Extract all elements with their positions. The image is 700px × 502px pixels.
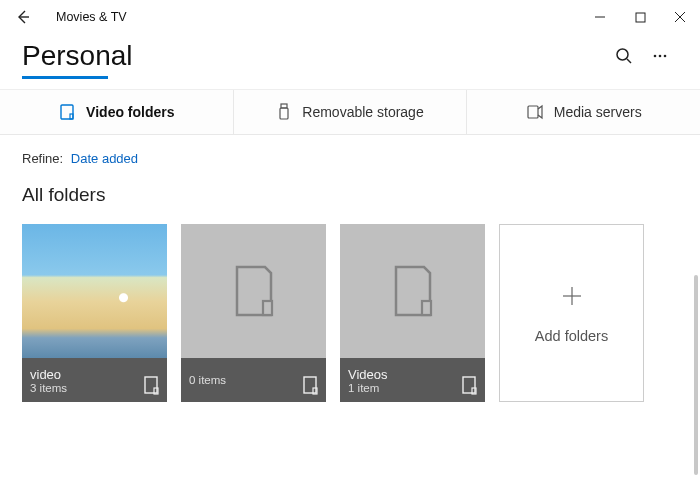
document-icon bbox=[390, 263, 436, 319]
refine-label: Refine: bbox=[22, 151, 63, 166]
app-title: Movies & TV bbox=[56, 10, 127, 24]
vertical-scrollbar[interactable] bbox=[694, 275, 698, 475]
tab-label: Removable storage bbox=[302, 104, 423, 120]
plus-icon bbox=[561, 283, 583, 314]
minimize-icon bbox=[594, 11, 606, 23]
folder-name: Videos bbox=[348, 367, 477, 382]
search-icon bbox=[615, 47, 633, 65]
folder-item-count: 3 items bbox=[30, 382, 159, 394]
minimize-button[interactable] bbox=[580, 0, 620, 34]
folder-name: video bbox=[30, 367, 159, 382]
document-icon bbox=[461, 375, 479, 398]
svg-rect-14 bbox=[145, 377, 157, 393]
back-button[interactable] bbox=[6, 0, 40, 34]
tab-label: Video folders bbox=[86, 104, 174, 120]
svg-rect-19 bbox=[422, 301, 431, 315]
svg-rect-1 bbox=[636, 13, 645, 22]
add-folders-tile[interactable]: Add folders bbox=[499, 224, 644, 402]
folder-tile[interactable]: 0 items bbox=[181, 224, 326, 402]
svg-rect-20 bbox=[463, 377, 475, 393]
tab-removable-storage[interactable]: Removable storage bbox=[234, 90, 468, 134]
window-controls bbox=[580, 0, 700, 34]
svg-point-8 bbox=[664, 55, 667, 58]
usb-icon bbox=[276, 103, 292, 121]
refine-value-link[interactable]: Date added bbox=[71, 151, 138, 166]
tab-video-folders[interactable]: Video folders bbox=[0, 90, 234, 134]
tab-media-servers[interactable]: Media servers bbox=[467, 90, 700, 134]
refine-bar: Refine: Date added bbox=[22, 151, 678, 166]
page-title-underline bbox=[22, 76, 108, 79]
svg-point-7 bbox=[659, 55, 662, 58]
title-bar: Movies & TV bbox=[0, 0, 700, 34]
folder-item-count: 0 items bbox=[189, 374, 318, 386]
folder-thumbnail bbox=[181, 224, 326, 358]
close-icon bbox=[674, 11, 686, 23]
folder-footer: 0 items bbox=[181, 358, 326, 402]
svg-rect-13 bbox=[528, 106, 538, 118]
svg-rect-12 bbox=[280, 108, 288, 119]
media-server-icon bbox=[526, 103, 544, 121]
document-icon bbox=[302, 375, 320, 398]
close-button[interactable] bbox=[660, 0, 700, 34]
svg-rect-17 bbox=[304, 377, 316, 393]
tab-bar: Video folders Removable storage Media se… bbox=[0, 89, 700, 135]
document-icon bbox=[231, 263, 277, 319]
page-title: Personal bbox=[22, 40, 606, 72]
maximize-icon bbox=[635, 12, 646, 23]
maximize-button[interactable] bbox=[620, 0, 660, 34]
ellipsis-icon bbox=[651, 47, 669, 65]
svg-rect-9 bbox=[61, 105, 73, 119]
arrow-left-icon bbox=[15, 9, 31, 25]
svg-point-4 bbox=[617, 49, 628, 60]
folder-footer: Videos 1 item bbox=[340, 358, 485, 402]
folder-footer: video 3 items bbox=[22, 358, 167, 402]
folder-item-count: 1 item bbox=[348, 382, 477, 394]
search-button[interactable] bbox=[606, 38, 642, 74]
folder-tile[interactable]: Videos 1 item bbox=[340, 224, 485, 402]
folder-thumbnail bbox=[22, 224, 167, 358]
folder-thumbnail bbox=[340, 224, 485, 358]
section-title: All folders bbox=[22, 184, 678, 206]
page-header: Personal bbox=[0, 34, 700, 74]
tab-label: Media servers bbox=[554, 104, 642, 120]
more-button[interactable] bbox=[642, 38, 678, 74]
folder-grid: video 3 items 0 items bbox=[22, 224, 678, 402]
folder-tile[interactable]: video 3 items bbox=[22, 224, 167, 402]
content-area: Refine: Date added All folders video 3 i… bbox=[0, 135, 700, 502]
svg-line-5 bbox=[627, 59, 631, 63]
document-icon bbox=[143, 375, 161, 398]
add-folders-label: Add folders bbox=[535, 328, 608, 344]
video-folder-icon bbox=[58, 103, 76, 121]
svg-rect-16 bbox=[263, 301, 272, 315]
svg-point-6 bbox=[654, 55, 657, 58]
svg-rect-10 bbox=[70, 114, 73, 119]
